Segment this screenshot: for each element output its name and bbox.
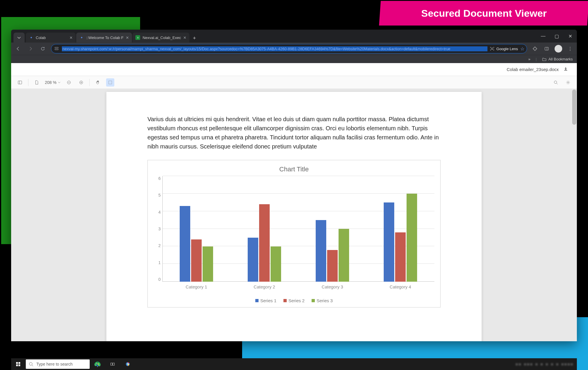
close-tab-button[interactable]: ✕ <box>183 36 186 40</box>
svg-rect-16 <box>16 362 18 364</box>
tab-title: Colab <box>36 36 67 40</box>
back-button[interactable] <box>14 45 22 53</box>
tab-colab[interactable]: ✦ Colab ✕ <box>26 33 76 43</box>
zoom-level[interactable]: 208 % <box>45 80 61 85</box>
google-lens-button[interactable]: Google Lens <box>490 46 518 51</box>
zoom-out-button[interactable] <box>65 78 73 87</box>
url-text: nexval-my.sharepoint.com/:w:/r/personal/… <box>62 46 487 51</box>
tab-favicon-icon: ✦ <box>29 35 33 40</box>
select-tool-button[interactable] <box>106 78 114 87</box>
tab-welcome-colab[interactable]: ✦ ::Welcome To Colab F ✕ <box>76 33 132 43</box>
paragraph-text: Varius duis at ultricies mi quis hendrer… <box>147 115 441 151</box>
bar-series-1 <box>248 238 258 282</box>
bar-series-2 <box>395 232 406 282</box>
bar-series-3 <box>407 194 417 282</box>
reload-icon <box>40 46 45 51</box>
tab-favicon-icon: ✦ <box>79 35 84 40</box>
toggle-sidebar-button[interactable] <box>16 78 24 87</box>
tab-nexval-exec[interactable]: x Nexval.ai_Colab_Exec ✕ <box>132 33 189 43</box>
svg-line-21 <box>32 365 33 366</box>
bookmarks-bar: » | All Bookmarks <box>11 55 577 63</box>
search-icon <box>29 362 33 366</box>
overflow-indicator[interactable]: » <box>528 57 530 61</box>
sidebar-icon <box>18 80 22 85</box>
system-tray[interactable]: ●● ●●● ● ● ● ● ● ●●●● <box>516 362 574 366</box>
svg-rect-1 <box>55 49 58 50</box>
folder-icon <box>542 57 547 62</box>
bar-series-2 <box>191 239 202 282</box>
lens-icon <box>490 46 494 51</box>
page-icon <box>34 80 39 85</box>
plus-circle-icon <box>79 80 84 85</box>
document-page: Varius duis at ultricies mi quis hendrer… <box>106 92 482 341</box>
close-tab-button[interactable]: ✕ <box>69 36 73 40</box>
arrow-right-icon <box>28 46 33 51</box>
banner-title: Secured Document Viewer <box>421 8 547 19</box>
viewer-canvas[interactable]: Varius duis at ultricies mi quis hendrer… <box>11 89 577 341</box>
profile-avatar[interactable] <box>555 45 562 53</box>
viewer-toolbar: 208 % <box>11 76 577 89</box>
chart-plot-area: 6543210 Category 1Category 2Category 3Ca… <box>162 176 434 288</box>
browser-window: ✦ Colab ✕ ✦ ::Welcome To Colab F ✕ x Nex… <box>11 30 577 341</box>
bar-series-3 <box>271 246 281 282</box>
bar-series-2 <box>327 250 338 282</box>
taskview-icon <box>110 362 115 366</box>
bookmark-star-button[interactable]: ☆ <box>520 46 524 52</box>
chevron-down-icon <box>17 35 21 40</box>
document-viewer: Colab emailer_23sep.docx 208 % <box>11 63 577 341</box>
tab-search-button[interactable] <box>13 33 25 43</box>
extensions-button[interactable] <box>531 46 539 51</box>
tab-title: ::Welcome To Colab F <box>86 36 123 40</box>
svg-rect-19 <box>18 364 20 366</box>
search-document-button[interactable] <box>552 78 560 87</box>
viewer-header: Colab emailer_23sep.docx <box>11 63 577 76</box>
y-axis-labels: 6543210 <box>155 176 161 282</box>
all-bookmarks-button[interactable]: All Bookmarks <box>542 57 573 62</box>
chrome-icon <box>125 362 130 366</box>
download-button[interactable] <box>563 67 569 72</box>
pan-tool-button[interactable] <box>94 78 102 87</box>
chevron-down-icon <box>58 81 61 84</box>
bar-series-3 <box>203 246 213 282</box>
browser-toolbar: nexval-my.sharepoint.com/:w:/r/personal/… <box>11 43 577 55</box>
new-tab-button[interactable]: + <box>190 34 199 43</box>
tab-title: Nexval.ai_Colab_Exec <box>142 36 181 40</box>
start-button[interactable] <box>11 358 25 370</box>
forward-button[interactable] <box>26 45 35 53</box>
close-tab-button[interactable]: ✕ <box>126 36 129 40</box>
select-icon <box>108 80 113 85</box>
search-placeholder: Type here to search <box>36 362 73 366</box>
taskbar-cortana[interactable]: 🦚 <box>90 358 105 370</box>
side-panel-button[interactable] <box>543 46 550 51</box>
hand-icon <box>96 80 100 85</box>
reload-button[interactable] <box>39 45 47 53</box>
embedded-chart: Chart Title 6543210 Category 1Category 2… <box>147 160 441 308</box>
minimize-button[interactable]: — <box>536 30 550 43</box>
browser-tab-strip: ✦ Colab ✕ ✦ ::Welcome To Colab F ✕ x Nex… <box>11 30 577 43</box>
secured-viewer-banner: Secured Document Viewer <box>379 1 588 26</box>
vertical-scrollbar[interactable] <box>572 89 576 125</box>
bar-series-1 <box>316 220 326 282</box>
close-window-button[interactable]: ✕ <box>563 30 577 43</box>
minus-circle-icon <box>67 80 71 85</box>
windows-taskbar: Type here to search 🦚 ●● ●●● ● ● ● ● ● ●… <box>11 358 577 370</box>
svg-rect-23 <box>113 363 115 365</box>
zoom-in-button[interactable] <box>77 78 85 87</box>
settings-button[interactable] <box>564 78 572 87</box>
download-icon <box>563 67 568 71</box>
x-axis-labels: Category 1Category 2Category 3Category 4 <box>162 284 434 289</box>
task-view-button[interactable] <box>105 358 120 370</box>
browser-menu-button[interactable]: ⋮ <box>566 46 574 52</box>
chart-bars <box>162 176 434 282</box>
svg-rect-17 <box>18 362 20 364</box>
taskbar-search[interactable]: Type here to search <box>26 359 90 369</box>
excel-favicon-icon: x <box>135 35 140 40</box>
site-info-icon[interactable] <box>54 46 60 51</box>
page-view-button[interactable] <box>33 78 41 87</box>
svg-point-13 <box>554 81 557 83</box>
chart-legend: Series 1Series 2Series 3 <box>154 298 434 303</box>
maximize-button[interactable]: ▢ <box>550 30 563 43</box>
taskbar-app-chrome[interactable] <box>120 358 135 370</box>
address-bar[interactable]: nexval-my.sharepoint.com/:w:/r/personal/… <box>51 44 527 53</box>
puzzle-icon <box>533 46 537 51</box>
